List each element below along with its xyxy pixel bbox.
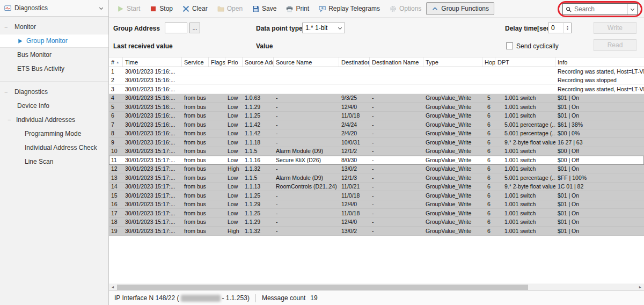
group-functions-button[interactable]: Group Functions: [426, 2, 494, 15]
sidebar-item-programming-mode[interactable]: Programming Mode: [0, 127, 108, 141]
sidebar-item-line-scan[interactable]: Line Scan: [0, 155, 108, 169]
sidebar-section-monitor[interactable]: −Monitor: [0, 20, 108, 34]
column-header-prio[interactable]: Prio: [225, 57, 243, 67]
collapse-icon[interactable]: −: [4, 24, 13, 30]
cell-source-name: RoomControls (D21..24): [274, 183, 339, 190]
cell-source-add: 1.1.25: [243, 210, 274, 216]
column-header-flags[interactable]: Flags: [209, 57, 225, 67]
play-icon: [117, 5, 124, 12]
table-row-18[interactable]: 1830/01/2023 15:17:...from busLow1.1.29-…: [109, 218, 644, 227]
table-row-1[interactable]: 130/01/2023 15:16:...Recording was start…: [109, 67, 644, 76]
scroll-right-arrow[interactable]: ►: [636, 284, 644, 291]
column-header-service[interactable]: Service: [182, 57, 209, 67]
save-button[interactable]: Save: [247, 2, 281, 15]
table-row-19[interactable]: 1930/01/2023 15:17:...from busHigh1.1.32…: [109, 227, 644, 236]
stop-button[interactable]: Stop: [145, 2, 178, 15]
cell-row-number: 6: [109, 112, 123, 119]
table-row-11[interactable]: 1130/01/2023 15:17:...from busLow1.1.16S…: [109, 156, 644, 165]
table-body: 130/01/2023 15:16:...Recording was start…: [109, 67, 644, 236]
panel-selector[interactable]: Diagnostics: [0, 0, 108, 17]
cell-time: 30/01/2023 15:17:...: [123, 175, 182, 181]
cell-source-name: -: [274, 201, 339, 207]
replay-telegrams-button[interactable]: Replay Telegrams: [314, 2, 385, 15]
scroll-left-arrow[interactable]: ◄: [109, 284, 116, 291]
table-row-13[interactable]: 1330/01/2023 15:17:...from busLow1.1.5Al…: [109, 173, 644, 183]
cell-time: 30/01/2023 15:17:...: [123, 183, 182, 190]
data-point-type-select[interactable]: 1.* 1-bit: [302, 23, 345, 33]
cell-time: 30/01/2023 15:16:...: [123, 68, 182, 75]
group-address-input[interactable]: [165, 23, 187, 33]
cell-service: from bus: [182, 183, 209, 190]
scrollbar-thumb[interactable]: [117, 285, 528, 290]
read-button[interactable]: Read: [594, 39, 636, 51]
sidebar-item-ets-bus-activity[interactable]: ETS Bus Activity: [0, 62, 108, 76]
column-header-info[interactable]: Info: [555, 57, 644, 67]
collapse-icon[interactable]: −: [8, 117, 16, 123]
cell-info: $61 | 38%: [555, 121, 644, 128]
table-row-8[interactable]: 830/01/2023 15:16:...from busLow1.1.42-2…: [109, 129, 644, 139]
cell-destination-name: -: [370, 175, 423, 181]
table-row-15[interactable]: 1530/01/2023 15:17:...from busLow1.1.25-…: [109, 191, 644, 200]
options-button[interactable]: Options: [385, 2, 426, 15]
column-header-source-name[interactable]: Source Name: [274, 57, 339, 67]
diagnostics-icon: [4, 5, 11, 12]
column-header-destination-name[interactable]: Destination Name: [370, 57, 423, 67]
table-row-3[interactable]: 330/01/2023 15:16:...Recording was start…: [109, 85, 644, 94]
gear-icon: [390, 5, 397, 12]
sidebar-item-individual-address-check[interactable]: Individual Address Check: [0, 141, 108, 155]
sidebar-item-bus-monitor[interactable]: Bus Monitor: [0, 48, 108, 62]
search-dropdown-button[interactable]: [627, 4, 637, 14]
table-row-17[interactable]: 1730/01/2023 15:17:...from busLow1.1.25-…: [109, 209, 644, 218]
column-label: Service: [184, 59, 204, 66]
table-row-10[interactable]: 1030/01/2023 15:17:...from busLow1.1.5Al…: [109, 147, 644, 156]
table-row-7[interactable]: 730/01/2023 15:16:...from busLow1.1.42-2…: [109, 120, 644, 129]
cell-source-add: 1.1.18: [243, 139, 274, 146]
column-header-hop[interactable]: Hop: [482, 57, 495, 67]
collapse-icon[interactable]: −: [4, 89, 13, 95]
table-row-9[interactable]: 930/01/2023 15:16:...from busLow1.1.18-1…: [109, 138, 644, 147]
open-button[interactable]: Open: [213, 2, 247, 15]
cell-type: GroupValue_Write: [423, 201, 482, 207]
scrollbar-track[interactable]: [116, 284, 636, 291]
table-row-2[interactable]: 230/01/2023 15:16:...Recording was stopp…: [109, 76, 644, 85]
table-row-4[interactable]: 430/01/2023 15:16:...from busLow1.0.63-9…: [109, 94, 644, 103]
column-header-type[interactable]: Type: [423, 57, 482, 67]
cell-type: GroupValue_Write: [423, 165, 482, 172]
search-box[interactable]: Search: [562, 3, 638, 15]
sidebar-item-device-info[interactable]: Device Info: [0, 99, 108, 113]
redacted-host-name: [181, 295, 221, 302]
cell-info: $00 | Off: [555, 157, 644, 163]
cell-service: from bus: [182, 175, 209, 181]
interface-label-prefix: IP Interface N 148/22 (: [114, 294, 179, 302]
sidebar-item-group-monitor[interactable]: Group Monitor: [0, 34, 108, 48]
spinner-arrows[interactable]: ▲▼: [564, 23, 571, 33]
start-button[interactable]: Start: [112, 2, 145, 15]
table-row-5[interactable]: 530/01/2023 15:16:...from busLow1.1.29-1…: [109, 103, 644, 112]
spinner-down-icon[interactable]: ▼: [566, 28, 569, 31]
print-button[interactable]: Print: [281, 2, 314, 15]
sidebar-section-diagnostics[interactable]: −Diagnostics: [0, 85, 108, 99]
browse-button[interactable]: ...: [189, 23, 200, 33]
table-row-14[interactable]: 1430/01/2023 15:17:...from busLow1.1.13R…: [109, 183, 644, 192]
column-header-dpt[interactable]: DPT: [495, 57, 555, 67]
cell-hop: 6: [482, 130, 495, 136]
cell-dpt: 1.001 switch: [495, 192, 555, 199]
table-row-16[interactable]: 1630/01/2023 15:17:...from busLow1.1.29-…: [109, 200, 644, 209]
table-row-12[interactable]: 1230/01/2023 15:17:...from busHigh1.1.32…: [109, 165, 644, 174]
delay-time-spinner[interactable]: 0 ▲▼: [548, 23, 572, 33]
cell-info: $00 | Off: [555, 148, 644, 154]
cell-prio: Low: [225, 104, 243, 110]
column-header-row-number[interactable]: #▲: [109, 57, 123, 67]
write-button[interactable]: Write: [594, 22, 636, 34]
column-header-destination[interactable]: Destination: [339, 57, 370, 67]
column-header-source-add[interactable]: Source Add: [243, 57, 274, 67]
table-row-6[interactable]: 630/01/2023 15:16:...from busLow1.1.25-1…: [109, 112, 644, 121]
horizontal-scrollbar[interactable]: ◄ ►: [109, 284, 644, 291]
column-header-time[interactable]: Time: [123, 57, 182, 67]
cell-destination: 12/1/2: [339, 148, 370, 154]
clear-button[interactable]: Clear: [178, 2, 213, 15]
sidebar-item-individual-addresses[interactable]: −Individual Addresses: [0, 113, 108, 127]
cell-destination-name: -: [370, 157, 423, 163]
send-cyclically-checkbox[interactable]: [506, 42, 513, 49]
cell-prio: High: [225, 228, 243, 234]
